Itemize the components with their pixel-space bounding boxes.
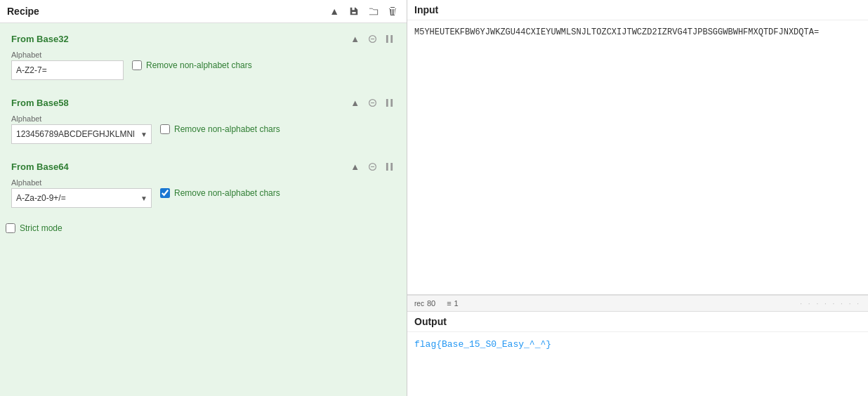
from-base58-body: Alphabet 123456789ABCDEFGHJKLMNPQ... ▼ R…: [11, 114, 395, 144]
from-base32-card: From Base32 ▲ Alphabet: [6, 29, 401, 87]
from-base32-remove-label: Remove non-alphabet chars: [146, 60, 252, 70]
svg-rect-2: [386, 35, 388, 43]
svg-rect-10: [386, 163, 388, 171]
from-base64-disable-btn[interactable]: [366, 161, 379, 172]
from-base58-select-wrapper: 123456789ABCDEFGHJKLMNPQ... ▼: [11, 124, 152, 144]
output-content: flag{Base_15_S0_Easy_^_^}: [407, 332, 868, 396]
from-base58-card: From Base58 ▲ Alphabet 12345678: [6, 93, 401, 151]
from-base32-body: Alphabet Remove non-alphabet chars: [11, 51, 395, 80]
from-base32-title: From Base32: [11, 34, 69, 44]
right-panel: Input M5YHEUTEKFBW6YJWKZGU44CXIEYUWMLSNJ…: [407, 0, 868, 396]
input-header: Input: [407, 0, 868, 20]
status-bar: rec 80 ≡ 1 · · · · · · · ·: [407, 295, 868, 312]
from-base64-alphabet-group: Alphabet A-Za-z0-9+/= ▼: [11, 178, 152, 208]
from-base58-collapse-btn[interactable]: ▲: [348, 97, 362, 109]
delete-recipe-button[interactable]: [386, 5, 400, 18]
input-content[interactable]: M5YHEUTEKFBW6YJWKZGU44CXIEYUWMLSNJLTOZCX…: [407, 20, 868, 294]
from-base58-remove-checkbox-wrapper[interactable]: Remove non-alphabet chars: [160, 124, 280, 134]
input-value: M5YHEUTEKFBW6YJWKZGU44CXIEYUWMLSNJLTOZCX…: [414, 27, 819, 37]
from-base64-remove-checkbox-wrapper[interactable]: Remove non-alphabet chars: [160, 188, 280, 198]
recipe-header: Recipe ▲: [0, 0, 407, 23]
from-base32-alphabet-group: Alphabet: [11, 51, 124, 80]
divider-dots: · · · · · · · ·: [470, 298, 861, 309]
from-base58-header: From Base58 ▲: [11, 97, 395, 109]
from-base32-disable-btn[interactable]: [366, 34, 379, 44]
left-panel: Recipe ▲ From Base32 ▲: [0, 0, 407, 396]
svg-rect-6: [386, 99, 388, 107]
save-recipe-button[interactable]: [346, 5, 362, 18]
output-value: flag{Base_15_S0_Easy_^_^}: [414, 339, 551, 350]
from-base58-pause-btn[interactable]: [383, 98, 395, 108]
from-base32-remove-checkbox[interactable]: [132, 60, 142, 70]
input-section: Input M5YHEUTEKFBW6YJWKZGU44CXIEYUWMLSNJ…: [407, 0, 868, 295]
from-base64-header: From Base64 ▲: [11, 161, 395, 173]
lines-icon: ≡: [447, 299, 451, 308]
strict-mode-checkbox[interactable]: [6, 223, 15, 233]
from-base64-title: From Base64: [11, 161, 69, 172]
from-base64-alphabet-label: Alphabet: [11, 178, 152, 187]
from-base64-controls: ▲: [348, 161, 395, 173]
collapse-button[interactable]: ▲: [327, 4, 342, 18]
from-base32-alphabet-input[interactable]: [11, 60, 124, 80]
from-base64-select-wrapper: A-Za-z0-9+/= ▼: [11, 188, 152, 208]
rec-label: rec: [414, 300, 424, 308]
from-base64-alphabet-select[interactable]: A-Za-z0-9+/=: [11, 188, 152, 208]
recipe-header-icons: ▲: [327, 4, 400, 18]
from-base58-remove-checkbox[interactable]: [160, 124, 170, 134]
from-base32-collapse-btn[interactable]: ▲: [348, 33, 362, 45]
from-base58-alphabet-select[interactable]: 123456789ABCDEFGHJKLMNPQ...: [11, 124, 152, 144]
from-base32-pause-btn[interactable]: [383, 34, 395, 44]
recipe-title: Recipe: [7, 6, 321, 17]
svg-rect-3: [390, 35, 393, 43]
from-base32-controls: ▲: [348, 33, 395, 45]
from-base64-body: Alphabet A-Za-z0-9+/= ▼ Remove non-alpha…: [11, 178, 395, 208]
from-base58-disable-btn[interactable]: [366, 98, 379, 108]
strict-mode-checkbox-wrapper[interactable]: Strict mode: [6, 223, 401, 233]
from-base32-remove-checkbox-wrapper[interactable]: Remove non-alphabet chars: [132, 60, 252, 70]
from-base64-remove-checkbox[interactable]: [160, 188, 170, 198]
strict-mode-label: Strict mode: [20, 223, 63, 233]
from-base32-alphabet-label: Alphabet: [11, 51, 124, 59]
status-rec: rec 80: [414, 299, 435, 308]
open-recipe-button[interactable]: [366, 5, 381, 18]
output-header: Output: [407, 312, 868, 332]
from-base58-remove-label: Remove non-alphabet chars: [174, 124, 280, 134]
from-base64-remove-label: Remove non-alphabet chars: [174, 188, 280, 198]
rec-value: 80: [427, 299, 435, 308]
svg-rect-7: [390, 99, 393, 107]
recipe-body: From Base32 ▲ Alphabet: [0, 23, 407, 396]
lines-value: 1: [454, 299, 459, 308]
from-base64-collapse-btn[interactable]: ▲: [348, 161, 362, 173]
from-base64-pause-btn[interactable]: [383, 161, 395, 172]
svg-rect-11: [390, 163, 393, 171]
from-base58-alphabet-label: Alphabet: [11, 114, 152, 123]
status-lines: ≡ 1: [447, 299, 459, 308]
from-base32-header: From Base32 ▲: [11, 33, 395, 45]
strict-mode-row: Strict mode: [6, 223, 401, 233]
from-base64-card: From Base64 ▲ Alphabet A-Za-z0-: [6, 157, 401, 215]
from-base58-alphabet-group: Alphabet 123456789ABCDEFGHJKLMNPQ... ▼: [11, 114, 152, 144]
from-base58-controls: ▲: [348, 97, 395, 109]
from-base58-title: From Base58: [11, 98, 69, 108]
output-section: Output flag{Base_15_S0_Easy_^_^}: [407, 312, 868, 396]
